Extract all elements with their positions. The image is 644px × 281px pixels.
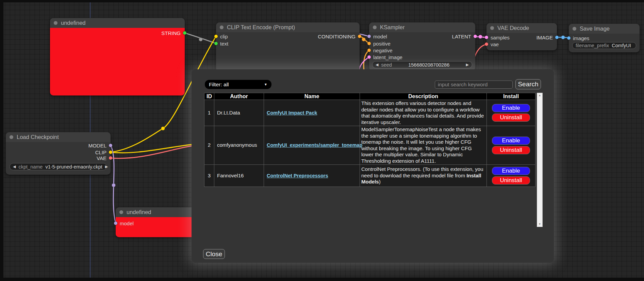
cell-author: Fannovel16 <box>214 165 264 187</box>
input-port-samples[interactable]: samples <box>485 34 510 41</box>
port-dot-clip[interactable] <box>214 35 218 38</box>
ckpt-name-widget[interactable]: ◀ ckpt_name v1-5-pruned-emaonly.ckpt ▶ <box>10 163 107 170</box>
filter-select[interactable]: Filter: all ▼ <box>205 80 271 89</box>
output-port-vae[interactable]: VAE <box>97 155 112 161</box>
node-collapse-icon[interactable] <box>573 27 576 31</box>
port-dot-vae-out[interactable] <box>109 156 112 160</box>
cell-name: ComfyUI Impact Pack <box>264 100 360 126</box>
column-header-name: Name <box>264 93 360 100</box>
node-title-bar[interactable]: KSampler <box>369 22 475 32</box>
port-dot-positive[interactable] <box>367 42 371 45</box>
port-dot-image[interactable] <box>555 36 559 39</box>
input-port-vae[interactable]: vae <box>485 41 499 48</box>
node-undefined-top[interactable]: undefined STRING <box>50 18 185 95</box>
output-port-latent[interactable]: LATENT <box>452 33 477 40</box>
cell-description: ModelSamplerTonemapNoiseTest a node that… <box>360 126 487 165</box>
cell-name: ComfyUI_experiments/sampler_tonemap <box>264 126 360 165</box>
decrement-arrow-icon[interactable]: ◀ <box>13 165 16 169</box>
node-title-bar[interactable]: undefined <box>50 18 185 28</box>
port-dot-model-out[interactable] <box>109 144 112 147</box>
input-port-model[interactable]: model <box>367 33 387 40</box>
node-title: Load Checkpoint <box>17 134 59 140</box>
description-text: ModelSamplerTonemapNoiseTest a node that… <box>361 126 481 164</box>
extension-link[interactable]: ComfyUI Impact Pack <box>267 110 317 116</box>
cell-install: EnableUninstall <box>487 165 535 187</box>
input-port-latent-image[interactable]: latent_image <box>367 54 402 60</box>
port-dot-clip-out[interactable] <box>109 151 112 154</box>
uninstall-button[interactable]: Uninstall <box>492 113 530 122</box>
port-dot-samples[interactable] <box>485 36 488 39</box>
node-load-checkpoint[interactable]: Load Checkpoint MODEL CLIP VAE ◀ ckpt_na… <box>6 132 111 175</box>
input-port-negative[interactable]: negative <box>367 47 393 54</box>
input-port-clip[interactable]: clip <box>214 33 228 40</box>
port-dot-conditioning[interactable] <box>358 35 361 38</box>
node-collapse-icon[interactable] <box>373 25 377 29</box>
port-dot-string[interactable] <box>183 31 186 35</box>
search-input[interactable] <box>435 81 513 89</box>
increment-arrow-icon[interactable]: ▶ <box>466 63 469 67</box>
custom-nodes-dialog: Filter: all ▼ Search ID Author Name Desc… <box>192 69 554 263</box>
port-dot-model[interactable] <box>367 35 371 38</box>
output-port-conditioning[interactable]: CONDITIONING <box>318 33 361 40</box>
cell-description: ControlNet Preprocessors. (To use this e… <box>360 165 487 187</box>
node-clip-text-encode[interactable]: CLIP Text Encode (Prompt) clip text COND… <box>216 22 360 72</box>
node-undefined-bottom[interactable]: undefined model <box>116 207 196 237</box>
uninstall-button[interactable]: Uninstall <box>492 176 530 185</box>
node-collapse-icon[interactable] <box>220 25 224 29</box>
input-port-positive[interactable]: positive <box>367 40 391 47</box>
column-header-install: Install <box>487 93 535 100</box>
port-dot-images[interactable] <box>567 36 571 40</box>
node-title-bar[interactable]: CLIP Text Encode (Prompt) <box>216 22 360 32</box>
port-dot-latent[interactable] <box>474 35 477 38</box>
filename-prefix-widget[interactable]: filename_prefix ComfyUI <box>572 42 636 49</box>
node-title: CLIP Text Encode (Prompt) <box>227 24 295 31</box>
input-port-images[interactable]: images <box>567 35 589 41</box>
description-text: ) <box>379 179 381 185</box>
widget-label: ckpt_name <box>18 164 43 170</box>
output-port-image[interactable]: IMAGE <box>536 34 559 41</box>
node-collapse-icon[interactable] <box>490 26 494 30</box>
cell-description: This extension offers various detector n… <box>360 100 487 126</box>
port-dot-model-in[interactable] <box>114 222 117 225</box>
search-button[interactable]: Search <box>515 79 541 89</box>
node-title: undefined <box>127 209 151 215</box>
extension-link[interactable]: ComfyUI_experiments/sampler_tonemap <box>267 142 362 148</box>
scroll-up-icon[interactable]: ▲ <box>537 93 542 98</box>
decrement-arrow-icon[interactable]: ◀ <box>376 63 378 67</box>
port-dot-negative[interactable] <box>367 49 371 52</box>
uninstall-button[interactable]: Uninstall <box>492 146 530 154</box>
close-button[interactable]: Close <box>203 249 225 259</box>
input-port-text[interactable]: text <box>214 40 228 47</box>
widget-label: seed <box>381 62 392 68</box>
node-title-bar[interactable]: undefined <box>116 207 196 217</box>
increment-arrow-icon[interactable]: ▶ <box>105 165 108 169</box>
node-title: undefined <box>61 20 86 26</box>
node-title-bar[interactable]: VAE Decode <box>486 23 557 33</box>
port-dot-text[interactable] <box>214 42 218 45</box>
output-port-model[interactable]: MODEL <box>88 142 112 149</box>
wire-vae-out <box>111 145 197 158</box>
node-title-bar[interactable]: Save Image <box>569 24 640 34</box>
scroll-down-icon[interactable]: ▼ <box>537 222 542 227</box>
port-dot-vae[interactable] <box>485 42 488 46</box>
node-collapse-icon[interactable] <box>10 135 13 139</box>
widget-value: 156680208700286 <box>395 62 463 68</box>
node-vae-decode[interactable]: VAE Decode samples vae IMAGE <box>486 23 557 50</box>
enable-button[interactable]: Enable <box>492 137 530 145</box>
enable-button[interactable]: Enable <box>492 167 530 175</box>
table-scrollbar[interactable]: ▲ ▼ <box>537 93 543 227</box>
node-ksampler[interactable]: KSampler model positive negative latent_… <box>369 22 475 71</box>
node-title-bar[interactable]: Load Checkpoint <box>6 132 111 142</box>
input-port-model[interactable]: model <box>114 220 134 227</box>
extension-link[interactable]: ControlNet Preprocessors <box>267 173 328 178</box>
enable-button[interactable]: Enable <box>492 104 530 112</box>
cell-id: 3 <box>204 165 214 187</box>
widget-label: filename_prefix <box>576 43 609 48</box>
node-collapse-icon[interactable] <box>119 210 123 214</box>
node-save-image[interactable]: Save Image images filename_prefix ComfyU… <box>569 24 640 52</box>
seed-widget[interactable]: ◀ seed 156680208700286 ▶ <box>372 61 472 68</box>
node-collapse-icon[interactable] <box>54 21 57 25</box>
port-dot-latent-image[interactable] <box>367 55 371 59</box>
filter-selected-option: Filter: all <box>209 82 229 88</box>
output-port-string[interactable]: STRING <box>161 30 186 36</box>
